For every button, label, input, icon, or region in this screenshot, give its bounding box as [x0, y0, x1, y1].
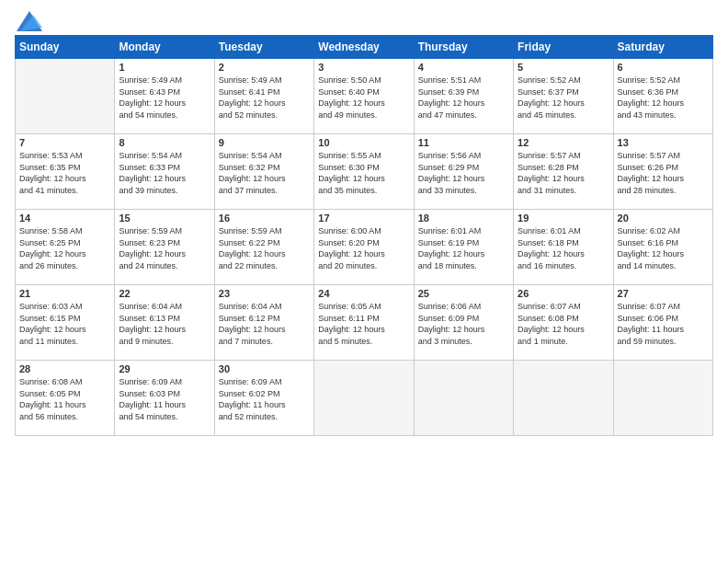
day-number: 3 [318, 62, 409, 73]
day-number: 15 [119, 213, 210, 224]
calendar-cell: 24Sunrise: 6:05 AM Sunset: 6:11 PM Dayli… [314, 285, 414, 361]
day-number: 29 [119, 363, 210, 374]
day-info: Sunrise: 5:53 AM Sunset: 6:35 PM Dayligh… [19, 150, 110, 196]
header [15, 11, 713, 28]
calendar-header-cell: Friday [514, 36, 613, 59]
calendar-cell: 4Sunrise: 5:51 AM Sunset: 6:39 PM Daylig… [414, 59, 513, 134]
day-info: Sunrise: 5:55 AM Sunset: 6:30 PM Dayligh… [318, 150, 409, 196]
day-number: 17 [318, 213, 409, 224]
day-info: Sunrise: 5:56 AM Sunset: 6:29 PM Dayligh… [418, 150, 509, 196]
day-number: 6 [618, 62, 709, 73]
calendar-cell: 19Sunrise: 6:01 AM Sunset: 6:18 PM Dayli… [514, 210, 613, 285]
calendar-cell [613, 361, 712, 436]
calendar-cell: 23Sunrise: 6:04 AM Sunset: 6:12 PM Dayli… [214, 285, 313, 361]
day-number: 9 [219, 137, 310, 148]
calendar-cell [414, 361, 513, 436]
day-number: 27 [618, 288, 709, 299]
day-info: Sunrise: 5:58 AM Sunset: 6:25 PM Dayligh… [19, 225, 110, 271]
day-info: Sunrise: 5:57 AM Sunset: 6:28 PM Dayligh… [518, 150, 609, 196]
day-number: 16 [219, 213, 310, 224]
calendar-cell: 16Sunrise: 5:59 AM Sunset: 6:22 PM Dayli… [214, 210, 313, 285]
calendar-cell: 22Sunrise: 6:04 AM Sunset: 6:13 PM Dayli… [115, 285, 214, 361]
day-info: Sunrise: 6:08 AM Sunset: 6:05 PM Dayligh… [19, 376, 110, 422]
calendar-cell [314, 361, 414, 436]
day-info: Sunrise: 5:52 AM Sunset: 6:36 PM Dayligh… [618, 75, 709, 121]
calendar-cell: 12Sunrise: 5:57 AM Sunset: 6:28 PM Dayli… [514, 134, 613, 210]
day-info: Sunrise: 6:09 AM Sunset: 6:03 PM Dayligh… [119, 376, 210, 422]
calendar-cell [16, 59, 115, 134]
day-info: Sunrise: 5:54 AM Sunset: 6:33 PM Dayligh… [119, 150, 210, 196]
day-info: Sunrise: 5:59 AM Sunset: 6:22 PM Dayligh… [219, 225, 310, 271]
day-number: 8 [119, 137, 210, 148]
day-number: 23 [219, 288, 310, 299]
day-number: 7 [19, 137, 110, 148]
calendar-table: SundayMondayTuesdayWednesdayThursdayFrid… [15, 35, 713, 436]
day-info: Sunrise: 5:49 AM Sunset: 6:41 PM Dayligh… [219, 75, 310, 121]
day-info: Sunrise: 6:07 AM Sunset: 6:08 PM Dayligh… [518, 301, 609, 347]
day-info: Sunrise: 6:02 AM Sunset: 6:16 PM Dayligh… [618, 225, 709, 271]
calendar-header-cell: Wednesday [314, 36, 414, 59]
calendar-week-row: 21Sunrise: 6:03 AM Sunset: 6:15 PM Dayli… [16, 285, 713, 361]
day-info: Sunrise: 6:06 AM Sunset: 6:09 PM Dayligh… [418, 301, 509, 347]
day-info: Sunrise: 6:09 AM Sunset: 6:02 PM Dayligh… [219, 376, 310, 422]
calendar-cell: 26Sunrise: 6:07 AM Sunset: 6:08 PM Dayli… [514, 285, 613, 361]
calendar-cell: 11Sunrise: 5:56 AM Sunset: 6:29 PM Dayli… [414, 134, 513, 210]
calendar-cell: 13Sunrise: 5:57 AM Sunset: 6:26 PM Dayli… [613, 134, 712, 210]
calendar-cell: 3Sunrise: 5:50 AM Sunset: 6:40 PM Daylig… [314, 59, 414, 134]
calendar-week-row: 14Sunrise: 5:58 AM Sunset: 6:25 PM Dayli… [16, 210, 713, 285]
day-info: Sunrise: 6:07 AM Sunset: 6:06 PM Dayligh… [618, 301, 709, 347]
calendar-cell: 8Sunrise: 5:54 AM Sunset: 6:33 PM Daylig… [115, 134, 214, 210]
calendar-header-cell: Thursday [414, 36, 513, 59]
day-info: Sunrise: 6:03 AM Sunset: 6:15 PM Dayligh… [19, 301, 110, 347]
calendar-cell: 20Sunrise: 6:02 AM Sunset: 6:16 PM Dayli… [613, 210, 712, 285]
day-number: 19 [518, 213, 609, 224]
day-info: Sunrise: 6:04 AM Sunset: 6:12 PM Dayligh… [219, 301, 310, 347]
day-info: Sunrise: 5:54 AM Sunset: 6:32 PM Dayligh… [219, 150, 310, 196]
day-number: 30 [219, 363, 310, 374]
calendar-cell: 17Sunrise: 6:00 AM Sunset: 6:20 PM Dayli… [314, 210, 414, 285]
calendar-cell: 1Sunrise: 5:49 AM Sunset: 6:43 PM Daylig… [115, 59, 214, 134]
calendar-cell: 18Sunrise: 6:01 AM Sunset: 6:19 PM Dayli… [414, 210, 513, 285]
calendar-header-cell: Sunday [16, 36, 115, 59]
calendar-week-row: 28Sunrise: 6:08 AM Sunset: 6:05 PM Dayli… [16, 361, 713, 436]
day-number: 2 [219, 62, 310, 73]
calendar-header-cell: Tuesday [214, 36, 313, 59]
calendar-cell: 14Sunrise: 5:58 AM Sunset: 6:25 PM Dayli… [16, 210, 115, 285]
day-number: 13 [618, 137, 709, 148]
day-info: Sunrise: 5:59 AM Sunset: 6:23 PM Dayligh… [119, 225, 210, 271]
day-number: 4 [418, 62, 509, 73]
calendar-cell: 7Sunrise: 5:53 AM Sunset: 6:35 PM Daylig… [16, 134, 115, 210]
day-number: 11 [418, 137, 509, 148]
day-number: 22 [119, 288, 210, 299]
day-info: Sunrise: 6:05 AM Sunset: 6:11 PM Dayligh… [318, 301, 409, 347]
day-info: Sunrise: 5:57 AM Sunset: 6:26 PM Dayligh… [618, 150, 709, 196]
calendar-cell: 5Sunrise: 5:52 AM Sunset: 6:37 PM Daylig… [514, 59, 613, 134]
calendar-header-row: SundayMondayTuesdayWednesdayThursdayFrid… [16, 36, 713, 59]
day-number: 28 [19, 363, 110, 374]
calendar-cell: 27Sunrise: 6:07 AM Sunset: 6:06 PM Dayli… [613, 285, 712, 361]
calendar-cell: 21Sunrise: 6:03 AM Sunset: 6:15 PM Dayli… [16, 285, 115, 361]
calendar-cell: 2Sunrise: 5:49 AM Sunset: 6:41 PM Daylig… [214, 59, 313, 134]
calendar-cell: 6Sunrise: 5:52 AM Sunset: 6:36 PM Daylig… [613, 59, 712, 134]
calendar-cell: 9Sunrise: 5:54 AM Sunset: 6:32 PM Daylig… [214, 134, 313, 210]
day-number: 20 [618, 213, 709, 224]
calendar-cell: 25Sunrise: 6:06 AM Sunset: 6:09 PM Dayli… [414, 285, 513, 361]
logo-icon [17, 11, 42, 31]
day-number: 1 [119, 62, 210, 73]
day-info: Sunrise: 6:01 AM Sunset: 6:19 PM Dayligh… [418, 225, 509, 271]
day-number: 26 [518, 288, 609, 299]
day-number: 24 [318, 288, 409, 299]
calendar-week-row: 1Sunrise: 5:49 AM Sunset: 6:43 PM Daylig… [16, 59, 713, 134]
day-number: 5 [518, 62, 609, 73]
day-number: 25 [418, 288, 509, 299]
day-number: 10 [318, 137, 409, 148]
day-info: Sunrise: 5:52 AM Sunset: 6:37 PM Dayligh… [518, 75, 609, 121]
day-number: 12 [518, 137, 609, 148]
day-info: Sunrise: 6:00 AM Sunset: 6:20 PM Dayligh… [318, 225, 409, 271]
page-container: SundayMondayTuesdayWednesdayThursdayFrid… [0, 0, 728, 563]
logo [15, 11, 42, 28]
calendar-cell [514, 361, 613, 436]
calendar-cell: 28Sunrise: 6:08 AM Sunset: 6:05 PM Dayli… [16, 361, 115, 436]
day-number: 21 [19, 288, 110, 299]
calendar-cell: 29Sunrise: 6:09 AM Sunset: 6:03 PM Dayli… [115, 361, 214, 436]
